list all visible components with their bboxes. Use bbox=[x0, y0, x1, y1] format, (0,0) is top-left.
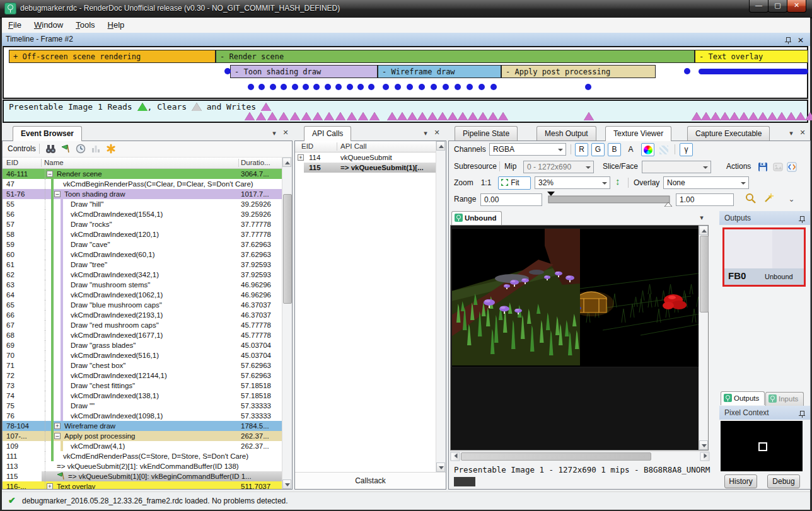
api-call-row[interactable]: 115=> vkQueueSubmit(1)[... bbox=[295, 163, 436, 173]
timeline-draw-dot[interactable] bbox=[292, 84, 298, 90]
texture-hscrollbar[interactable] bbox=[450, 451, 709, 461]
api-calls-scrollbar[interactable] bbox=[436, 141, 446, 472]
range-max-input[interactable]: 1.00 bbox=[676, 193, 734, 206]
tab-event-browser[interactable]: Event Browser bbox=[13, 126, 82, 141]
close-button[interactable]: ✕ bbox=[787, 0, 806, 13]
texture-viewer-close-icon[interactable]: ✕ bbox=[798, 129, 807, 137]
timeline-draw-dot[interactable] bbox=[347, 84, 353, 90]
bookmark-flag-icon[interactable] bbox=[61, 144, 71, 156]
timeline-draw-dot[interactable] bbox=[368, 84, 374, 90]
range-min-input[interactable]: 0.00 bbox=[480, 193, 542, 206]
event-row[interactable]: 46-111–Render scene3064.7... bbox=[3, 169, 282, 179]
save-texture-icon[interactable] bbox=[758, 162, 768, 174]
find-icon[interactable] bbox=[45, 144, 56, 156]
event-row[interactable]: 75Draw ""57.33333 bbox=[3, 401, 282, 411]
collapse-icon[interactable]: – bbox=[54, 433, 61, 439]
zoom-1-1-button[interactable]: 1:1 bbox=[478, 176, 494, 190]
tab-outputs[interactable]: Outputs bbox=[721, 391, 765, 405]
debug-button[interactable]: Debug bbox=[767, 474, 800, 488]
history-button[interactable]: History bbox=[724, 474, 757, 488]
event-row[interactable]: 59Draw "cave"37.62963 bbox=[3, 239, 282, 250]
menu-window[interactable]: Window bbox=[28, 18, 69, 32]
timeline-draw-dot[interactable] bbox=[419, 84, 425, 90]
mip-select[interactable]: 0 - 1272x690 bbox=[523, 161, 594, 173]
event-row[interactable]: 67Draw "red mushroom caps"45.77778 bbox=[3, 320, 282, 330]
api-calls-close-icon[interactable]: ✕ bbox=[432, 129, 441, 137]
timeline-draw-dot[interactable] bbox=[303, 84, 309, 90]
timeline-draw-dot[interactable] bbox=[684, 68, 690, 74]
event-row[interactable]: 73Draw "chest fittings"57.18518 bbox=[3, 381, 282, 391]
minimize-button[interactable]: — bbox=[749, 0, 768, 13]
menu-tools[interactable]: Tools bbox=[69, 18, 101, 32]
event-row[interactable]: 65Draw "blue mushroom caps"46.37037 bbox=[3, 300, 282, 310]
timeline-draw-strip[interactable] bbox=[699, 69, 808, 74]
slice-face-select[interactable] bbox=[642, 161, 711, 173]
event-browser-scrollbar[interactable] bbox=[282, 158, 292, 489]
timeline-draw-dot[interactable] bbox=[224, 68, 231, 74]
event-row[interactable]: 107-...–Apply post processing262.37... bbox=[3, 431, 282, 441]
api-call-row[interactable]: +114vkQueueSubmit bbox=[295, 152, 436, 163]
timeline-marker-bar[interactable]: - Text overlay bbox=[695, 50, 808, 63]
event-row[interactable]: 51-76–Toon shading draw1017.7... bbox=[3, 189, 282, 199]
event-row[interactable]: 60vkCmdDrawIndexed(60,1)37.62963 bbox=[3, 250, 282, 260]
gamma-button[interactable]: γ bbox=[680, 143, 693, 156]
tab-inputs[interactable]: Inputs bbox=[765, 392, 804, 406]
event-row[interactable]: 58vkCmdDrawIndexed(120,1)37.77778 bbox=[3, 229, 282, 239]
texture-image[interactable] bbox=[451, 228, 708, 367]
channel-r-button[interactable]: R bbox=[575, 143, 588, 156]
time-draws-icon[interactable] bbox=[76, 144, 86, 156]
tab-mesh-output[interactable]: Mesh Output bbox=[536, 126, 596, 141]
timeline-marker-bar[interactable]: - Toon shading draw bbox=[230, 65, 378, 78]
timeline-draw-dot[interactable] bbox=[478, 84, 485, 90]
event-browser-close-icon[interactable]: ✕ bbox=[281, 129, 290, 137]
event-row[interactable]: 74vkCmdDrawIndexed(138,1)57.18518 bbox=[3, 391, 282, 401]
colorwheel-button[interactable] bbox=[641, 143, 654, 156]
toolbar-overflow-icon[interactable]: ⌄ bbox=[787, 193, 796, 206]
menu-file[interactable]: File bbox=[2, 18, 28, 32]
timeline-panel-header[interactable]: Timeline - Frame #2 ✕ bbox=[2, 33, 810, 46]
expand-icon[interactable]: + bbox=[54, 423, 61, 429]
event-row[interactable]: 57Draw "rocks"37.77778 bbox=[3, 219, 282, 229]
timeline-draw-dot[interactable] bbox=[395, 84, 401, 90]
event-row[interactable]: 69Draw "grass blades"45.03704 bbox=[3, 340, 282, 350]
event-row[interactable]: 71Draw "chest box"57.62963 bbox=[3, 360, 282, 370]
event-row[interactable]: 64vkCmdDrawIndexed(1062,1)46.96296 bbox=[3, 290, 282, 300]
tab-capture-executable[interactable]: Capture Executable bbox=[687, 126, 770, 141]
filter-star-icon[interactable] bbox=[106, 144, 116, 156]
event-browser-menu-icon[interactable]: ▾ bbox=[270, 129, 279, 137]
channel-g-button[interactable]: G bbox=[591, 143, 605, 156]
event-row[interactable]: 109vkCmdDraw(4,1)262.37... bbox=[3, 441, 282, 451]
pixel-context-pin-icon[interactable] bbox=[799, 408, 805, 422]
timeline-draw-dot[interactable] bbox=[467, 84, 473, 90]
timeline-draw-dot[interactable] bbox=[270, 84, 276, 90]
event-row[interactable]: 113=> vkQueueSubmit(2)[1]: vkEndCommandB… bbox=[3, 461, 282, 471]
expand-icon[interactable]: + bbox=[298, 154, 304, 161]
event-row[interactable]: 111vkCmdEndRenderPass(C=Store, D=Store, … bbox=[3, 451, 282, 461]
pixel-context-view[interactable] bbox=[721, 421, 803, 471]
timeline-draw-dot[interactable] bbox=[325, 84, 331, 90]
channel-a-button[interactable]: A bbox=[624, 143, 637, 156]
event-row[interactable]: 115=> vkQueueSubmit(1)[0]: vkBeginComman… bbox=[3, 471, 282, 481]
timeline-draw-dot[interactable] bbox=[407, 84, 413, 90]
event-row[interactable]: 62vkCmdDrawIndexed(342,1)37.92593 bbox=[3, 270, 282, 280]
maximize-button[interactable]: ▢ bbox=[768, 0, 787, 13]
event-row[interactable]: 56vkCmdDrawIndexed(1554,1)39.25926 bbox=[3, 209, 282, 219]
autofit-wand-icon[interactable] bbox=[763, 193, 774, 206]
timeline-close-icon[interactable]: ✕ bbox=[798, 34, 804, 47]
event-row[interactable]: 70vkCmdDrawIndexed(516,1)45.03704 bbox=[3, 350, 282, 360]
timeline-marker-bar[interactable]: + Off-screen scene rendering bbox=[9, 50, 216, 63]
outputs-pin-icon[interactable] bbox=[799, 214, 805, 227]
timeline-draw-dot[interactable] bbox=[335, 84, 342, 90]
callstack-section[interactable]: Callstack bbox=[295, 472, 446, 489]
event-row[interactable]: 78-104+Wireframe draw1784.5... bbox=[3, 421, 282, 431]
event-row[interactable]: 68vkCmdDrawIndexed(1677,1)45.77778 bbox=[3, 330, 282, 340]
tab-pipeline-state[interactable]: Pipeline State bbox=[455, 126, 518, 141]
tab-texture-viewer[interactable]: Texture Viewer bbox=[605, 126, 671, 141]
zoom-fit-button[interactable]: Fit bbox=[498, 176, 531, 190]
timeline-draw-dot[interactable] bbox=[383, 84, 389, 90]
texture-viewer-menu-icon[interactable]: ▾ bbox=[787, 129, 796, 137]
zoom-level-select[interactable]: 32% bbox=[535, 176, 610, 189]
collapse-icon[interactable]: – bbox=[54, 191, 61, 197]
timeline-draw-dot[interactable] bbox=[490, 84, 497, 90]
menu-help[interactable]: Help bbox=[102, 18, 131, 32]
